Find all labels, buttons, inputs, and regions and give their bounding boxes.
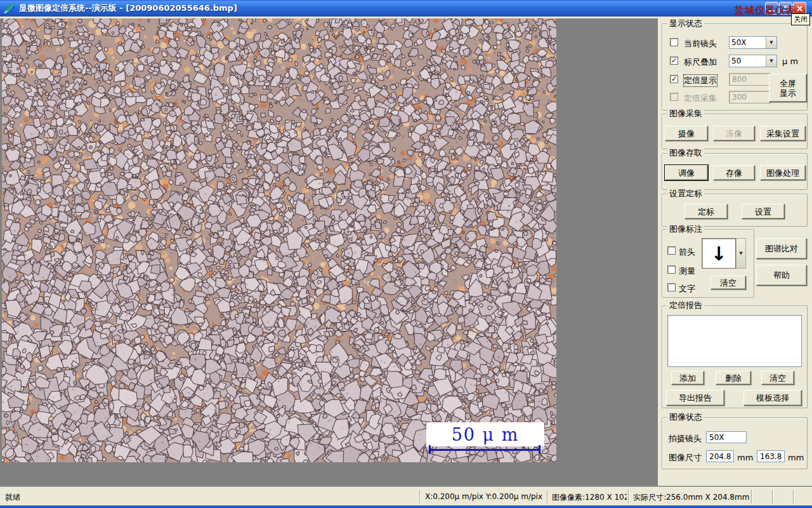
- image-width-field[interactable]: 204.8: [706, 450, 734, 462]
- calibrate-button[interactable]: 定标: [684, 204, 728, 219]
- report-group-label: 定倍报告: [667, 301, 704, 310]
- report-clear-button[interactable]: 清空: [761, 371, 794, 385]
- status-actual-size: 实际尺寸:256.0mm X 204.8mm: [633, 492, 750, 503]
- statusbar: 就绪 X:0.200μ m/pix Y:0.200μ m/pix 图像像素:12…: [0, 487, 812, 505]
- fixed-capture-field: 300: [729, 91, 771, 104]
- calibration-group-label: 设置定标: [667, 189, 704, 198]
- calibration-settings-button[interactable]: 设置: [742, 204, 785, 219]
- text-label: 文字: [679, 283, 695, 295]
- statusbar-separator: [793, 490, 794, 504]
- close-tooltip: 关闭: [791, 13, 810, 25]
- image-status-group: 图像状态 拍摄镜头 50X 图像尺寸 204.8 mm 163.8 mm: [662, 417, 808, 469]
- freeze-button: 冻像: [713, 126, 755, 141]
- status-pixel-scale: X:0.200μ m/pix Y:0.200μ m/pix: [425, 492, 544, 501]
- scale-bar-text: 50 μ m: [452, 425, 520, 444]
- app-icon: [4, 3, 15, 14]
- statusbar-separator: [751, 490, 752, 504]
- annotation-group: 图像标注 箭头 测量 文字 ↓ ▼ 清空: [662, 229, 754, 298]
- chevron-down-icon[interactable]: ▼: [766, 55, 776, 67]
- annotation-arrow-icon: ↓: [710, 243, 726, 265]
- chevron-down-icon: ▼: [739, 251, 742, 256]
- titlebar: 显微图像定倍系统--演示版 - [20090602055646.bmp] × 盐…: [0, 0, 812, 17]
- capture-group: 图像采集 摄像 冻像 采集设置: [662, 114, 808, 149]
- camera-button[interactable]: 摄像: [665, 126, 708, 141]
- current-lens-value: 50X: [730, 37, 766, 48]
- image-process-button[interactable]: 图像处理: [760, 165, 806, 180]
- template-select-button[interactable]: 模板选择: [743, 390, 802, 406]
- report-delete-button[interactable]: 删除: [716, 371, 751, 385]
- help-button[interactable]: 帮助: [756, 265, 807, 286]
- measure-checkbox[interactable]: [667, 265, 676, 274]
- fixed-capture-label: 定倍采集: [684, 93, 717, 104]
- export-report-button[interactable]: 导出报告: [666, 390, 724, 406]
- storage-group: 图像存取 调像 存像 图像处理: [662, 153, 808, 190]
- scale-overlay-unit: μ m: [782, 57, 798, 66]
- image-width-unit: mm: [737, 453, 753, 462]
- annotation-group-label: 图像标注: [667, 225, 704, 234]
- capture-lens-label: 拍摄镜头: [669, 433, 702, 444]
- scale-bar-line: [429, 445, 540, 454]
- image-height-unit: mm: [788, 453, 804, 462]
- minimize-icon: [769, 10, 775, 12]
- image-size-label: 图像尺寸: [669, 452, 702, 464]
- scale-overlay-label: 标尺叠加: [684, 57, 717, 68]
- image-height-field[interactable]: 163.8: [757, 450, 785, 462]
- close-button[interactable]: ×: [793, 2, 806, 15]
- window-bottom-border: [0, 505, 812, 508]
- scale-overlay-value: 50: [730, 55, 766, 67]
- report-listbox[interactable]: [667, 315, 802, 367]
- arrow-style-dropdown-button[interactable]: ▼: [736, 238, 746, 269]
- scale-overlay-combobox[interactable]: 50 ▼: [729, 55, 777, 67]
- atlas-compare-button[interactable]: 图谱比对: [756, 238, 807, 259]
- micrograph-canvas: [2, 18, 556, 462]
- status-image-pixels: 图像像素:1280 X 1024: [552, 492, 627, 503]
- restore-button[interactable]: [779, 2, 792, 15]
- window-title: 显微图像定倍系统--演示版 - [20090602055646.bmp]: [19, 3, 237, 14]
- scale-bar-rule: [429, 449, 540, 451]
- fixed-display-checkbox[interactable]: ✓: [670, 75, 678, 83]
- statusbar-separator: [547, 490, 548, 504]
- capture-settings-button[interactable]: 采集设置: [760, 126, 806, 141]
- display-status-group: 显示状态 当前镜头 50X ▼ ✓ 标尺叠加 50 ▼ μ m ✓ 定倍显示 8…: [662, 23, 808, 110]
- save-image-button[interactable]: 存像: [713, 165, 755, 180]
- arrow-style-preview[interactable]: ↓: [702, 238, 736, 269]
- statusbar-separator: [628, 490, 629, 504]
- display-status-group-label: 显示状态: [667, 19, 704, 28]
- current-lens-label: 当前镜头: [684, 38, 717, 50]
- chevron-down-icon[interactable]: ▼: [766, 37, 776, 48]
- arrow-checkbox[interactable]: [667, 246, 676, 255]
- fixed-display-field: 800: [729, 73, 771, 86]
- report-group: 定倍报告 添加 删除 清空 导出报告 模板选择: [662, 305, 808, 408]
- fixed-display-label: 定倍显示: [684, 75, 717, 86]
- scale-overlay-checkbox[interactable]: ✓: [670, 57, 678, 65]
- fixed-capture-checkbox: [670, 93, 678, 101]
- text-checkbox[interactable]: [667, 283, 676, 291]
- statusbar-separator: [419, 490, 421, 504]
- micrograph-viewport[interactable]: 50 μ m: [2, 18, 556, 462]
- capture-group-label: 图像采集: [667, 109, 704, 118]
- status-ready-text: 就绪: [5, 492, 20, 503]
- close-icon: ×: [796, 4, 804, 13]
- annotation-clear-button[interactable]: 清空: [710, 276, 746, 290]
- report-add-button[interactable]: 添加: [671, 371, 704, 385]
- restore-icon: [783, 6, 789, 11]
- minimize-button[interactable]: [765, 2, 778, 15]
- storage-group-label: 图像存取: [667, 149, 704, 157]
- control-panel: 显示状态 当前镜头 50X ▼ ✓ 标尺叠加 50 ▼ μ m ✓ 定倍显示 8…: [658, 18, 812, 487]
- scale-bar-right-tick: [539, 445, 540, 454]
- current-lens-combobox[interactable]: 50X ▼: [729, 36, 777, 49]
- calibration-group: 设置定标 定标 设置: [662, 194, 808, 227]
- measure-label: 测量: [679, 265, 695, 277]
- load-image-button[interactable]: 调像: [665, 165, 708, 180]
- arrow-label: 箭头: [679, 246, 695, 258]
- fullscreen-button[interactable]: 全屏显示: [769, 74, 807, 102]
- statusbar-separator: [772, 490, 773, 504]
- scale-bar-label-box: 50 μ m: [426, 422, 544, 446]
- application-window: 显微图像定倍系统--演示版 - [20090602055646.bmp] × 盐…: [0, 0, 812, 508]
- image-status-group-label: 图像状态: [667, 413, 704, 422]
- current-lens-checkbox[interactable]: [670, 38, 678, 46]
- capture-lens-field[interactable]: 50X: [706, 431, 747, 443]
